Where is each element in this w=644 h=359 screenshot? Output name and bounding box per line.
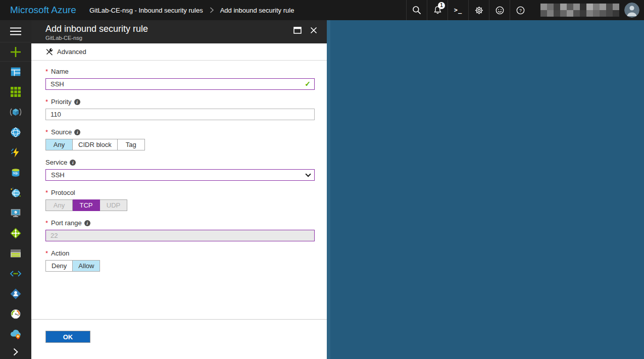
field-source: * Source i Any CIDR block Tag: [45, 128, 313, 150]
blade-subtitle: GitLab-CE-nsg: [45, 35, 320, 41]
advanced-label: Advanced: [57, 48, 86, 56]
monitor-gauge-icon: [10, 308, 22, 320]
tools-icon: [45, 48, 54, 56]
sidebar-item-new[interactable]: [0, 42, 31, 62]
svg-text:?: ?: [519, 8, 522, 13]
feedback-button[interactable]: [489, 0, 510, 20]
cube-brackets-icon: [9, 106, 22, 119]
blade-header: Add inbound security rule GitLab-CE-nsg: [31, 20, 327, 43]
field-port-range: * Port range i: [45, 219, 313, 241]
breadcrumb: GitLab-CE-nsg - Inbound security rules A…: [89, 7, 294, 14]
priority-input[interactable]: [45, 109, 315, 120]
virtual-machine-icon: [10, 207, 22, 219]
notifications-button[interactable]: 1: [427, 0, 448, 20]
maximize-icon: [293, 27, 302, 34]
close-icon: [310, 27, 317, 34]
search-icon: [412, 5, 422, 15]
sidebar-item-load-balancers[interactable]: [0, 223, 31, 243]
sidebar-item-azure-cosmos-db[interactable]: [0, 183, 31, 203]
sidebar-item-collapse[interactable]: [0, 344, 31, 359]
sidebar-item-monitor[interactable]: [0, 304, 31, 324]
name-label: * Name: [45, 68, 313, 75]
priority-label: * Priority i: [45, 98, 313, 106]
blade-footer: OK: [31, 319, 327, 359]
portal-canvas: [327, 20, 644, 359]
gear-icon: [474, 5, 484, 16]
field-name: * Name ✓: [45, 68, 313, 90]
protocol-option-any: Any: [45, 199, 73, 211]
blade-window-controls: [291, 25, 320, 36]
sidebar-item-storage-accounts[interactable]: [0, 243, 31, 264]
sidebar-item-dashboard[interactable]: [0, 62, 31, 82]
user-area: [530, 0, 644, 20]
advisor-icon: [9, 328, 22, 341]
avatar[interactable]: [624, 3, 639, 18]
maximize-button[interactable]: [291, 25, 304, 36]
plus-icon: [10, 46, 22, 58]
required-marker: *: [45, 68, 48, 75]
source-toggle-group: Any CIDR block Tag: [45, 139, 313, 150]
active-directory-icon: [9, 287, 22, 300]
protocol-toggle-group: Any TCP UDP: [45, 199, 313, 211]
sidebar-item-azure-active-directory[interactable]: [0, 284, 31, 304]
notification-badge: 1: [438, 2, 445, 9]
protocol-option-tcp: TCP: [73, 199, 100, 211]
chevron-right-icon: [12, 347, 19, 356]
sidebar-item-menu[interactable]: [0, 20, 31, 42]
sidebar-item-function-apps[interactable]: [0, 142, 31, 163]
grid-icon: [10, 86, 21, 97]
action-label: * Action: [45, 249, 313, 257]
lightning-icon: [10, 146, 22, 159]
service-label: Service i: [45, 159, 313, 166]
topbar: Microsoft Azure GitLab-CE-nsg - Inbound …: [0, 0, 644, 20]
name-input[interactable]: [45, 78, 315, 90]
chevron-down-icon: [305, 171, 311, 177]
sql-database-icon: SQL: [10, 167, 22, 179]
close-button[interactable]: [308, 25, 320, 36]
source-option-cidr-block[interactable]: CIDR block: [73, 139, 118, 150]
help-button[interactable]: ?: [510, 0, 530, 20]
settings-button[interactable]: [468, 0, 489, 20]
action-option-allow[interactable]: Allow: [73, 260, 100, 272]
storage-icon: [9, 247, 22, 260]
virtual-network-icon: [9, 267, 22, 280]
sidebar-item-virtual-networks[interactable]: [0, 264, 31, 284]
search-button[interactable]: [406, 0, 427, 20]
breadcrumb-parent[interactable]: GitLab-CE-nsg - Inbound security rules: [89, 7, 203, 14]
info-icon[interactable]: i: [74, 99, 80, 105]
sidebar-item-app-services[interactable]: [0, 122, 31, 142]
topbar-actions: 1 >_ ?: [406, 0, 644, 20]
field-action: * Action Deny Allow: [45, 249, 313, 272]
field-service: Service i SSH: [45, 159, 313, 181]
hamburger-icon: [10, 27, 22, 36]
smiley-icon: [494, 5, 505, 16]
source-label: * Source i: [45, 128, 313, 136]
port-range-label: * Port range i: [45, 219, 313, 227]
protocol-label: * Protocol: [45, 189, 313, 196]
sidebar-item-advisor[interactable]: [0, 324, 31, 344]
sidebar-item-all-resources[interactable]: [0, 82, 31, 102]
breadcrumb-current: Add inbound security rule: [220, 7, 294, 14]
info-icon[interactable]: i: [70, 160, 76, 166]
sidebar: SQL: [0, 20, 31, 359]
cloud-shell-button[interactable]: >_: [448, 0, 468, 20]
advanced-button[interactable]: Advanced: [45, 48, 86, 56]
sidebar-item-sql-databases[interactable]: SQL: [0, 163, 31, 183]
dashboard-icon: [10, 66, 22, 78]
ok-button[interactable]: OK: [45, 331, 90, 343]
info-icon[interactable]: i: [84, 220, 90, 226]
service-select[interactable]: SSH: [45, 169, 315, 181]
blade-toolbar: Advanced: [31, 43, 327, 61]
redacted-user-name: [540, 4, 619, 17]
info-icon[interactable]: i: [74, 129, 80, 135]
canvas-edge-strip: [327, 20, 330, 359]
azure-logo[interactable]: Microsoft Azure: [0, 5, 89, 16]
source-option-any[interactable]: Any: [45, 139, 73, 150]
action-toggle-group: Deny Allow: [45, 260, 313, 272]
sidebar-item-virtual-machines[interactable]: [0, 203, 31, 223]
source-option-tag[interactable]: Tag: [118, 139, 145, 150]
add-inbound-rule-blade: Add inbound security rule GitLab-CE-nsg …: [31, 20, 327, 359]
sidebar-item-resource-groups[interactable]: [0, 102, 31, 122]
action-option-deny[interactable]: Deny: [45, 260, 73, 272]
chevron-right-icon: [209, 7, 214, 14]
